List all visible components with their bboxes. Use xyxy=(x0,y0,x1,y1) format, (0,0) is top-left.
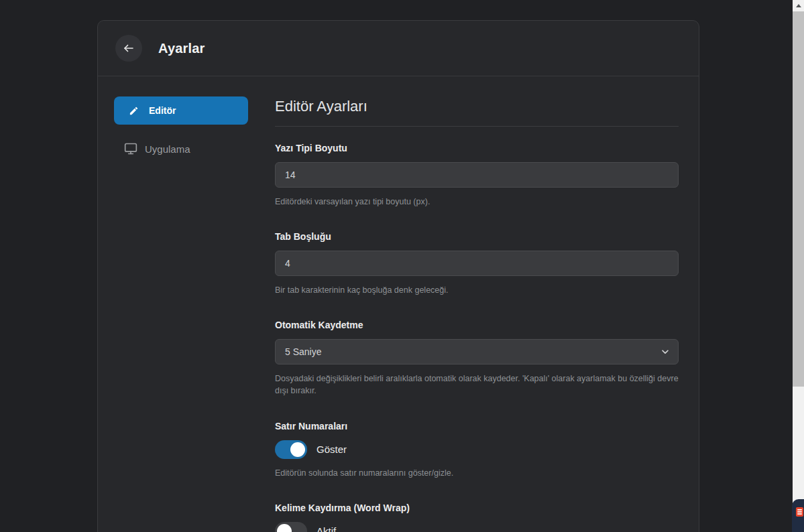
scrollbar-thumb[interactable] xyxy=(793,11,804,387)
triangle-up-icon xyxy=(796,4,801,7)
vertical-scrollbar[interactable] xyxy=(793,0,804,532)
line-numbers-toggle[interactable] xyxy=(275,440,307,459)
chevron-down-icon xyxy=(661,347,670,356)
field-label: Kelime Kaydırma (Word Wrap) xyxy=(275,503,679,513)
pencil-icon xyxy=(129,106,139,116)
scrollbar-up-button[interactable] xyxy=(793,0,804,11)
toggle-state-label: Göster xyxy=(317,444,347,455)
autosave-select[interactable]: 5 Saniye xyxy=(275,339,679,364)
floating-extension-widget[interactable] xyxy=(792,499,804,532)
settings-page: { "header": { "title": "Ayarlar" }, "sid… xyxy=(0,0,804,532)
page-title: Ayarlar xyxy=(158,41,205,56)
section-title: Editör Ayarları xyxy=(275,98,679,115)
field-label: Otomatik Kaydetme xyxy=(275,320,679,330)
arrow-left-icon xyxy=(123,42,135,54)
settings-card: Ayarlar Editör Uygulama Editör Ayarları … xyxy=(97,20,699,532)
toggle-state-label: Aktif xyxy=(317,525,336,532)
sidebar-item-label: Editör xyxy=(149,105,176,116)
field-help: Editörün solunda satır numaralarını göst… xyxy=(275,467,679,479)
word-wrap-toggle[interactable] xyxy=(275,522,307,532)
back-button[interactable] xyxy=(115,35,142,62)
editor-settings-panel: Editör Ayarları Yazı Tipi Boyutu Editörd… xyxy=(275,96,679,532)
font-size-field-group: Yazı Tipi Boyutu Editördeki varsayılan y… xyxy=(275,143,679,208)
section-divider xyxy=(275,126,679,127)
settings-sidebar: Editör Uygulama xyxy=(114,96,248,532)
field-label: Tab Boşluğu xyxy=(275,231,679,242)
font-size-input[interactable] xyxy=(275,162,679,188)
toggle-row: Göster xyxy=(275,440,679,459)
sidebar-item-editor[interactable]: Editör xyxy=(114,96,248,125)
monitor-icon xyxy=(124,142,137,155)
tab-size-input[interactable] xyxy=(275,251,679,276)
field-label: Satır Numaraları xyxy=(275,421,679,431)
sidebar-item-label: Uygulama xyxy=(145,143,190,155)
toggle-row: Aktif xyxy=(275,522,679,532)
line-numbers-field-group: Satır Numaraları Göster Editörün solunda… xyxy=(275,421,679,479)
autosave-select-value: 5 Saniye xyxy=(285,346,321,357)
tab-size-field-group: Tab Boşluğu Bir tab karakterinin kaç boş… xyxy=(275,231,679,296)
settings-header: Ayarlar xyxy=(98,21,699,76)
field-help: Bir tab karakterinin kaç boşluğa denk ge… xyxy=(275,284,679,296)
sidebar-item-application[interactable]: Uygulama xyxy=(114,139,248,158)
field-label: Yazı Tipi Boyutu xyxy=(275,143,679,153)
toggle-knob xyxy=(290,442,305,457)
toggle-knob xyxy=(277,524,292,532)
extension-badge-icon xyxy=(796,507,803,517)
field-help: Editördeki varsayılan yazı tipi boyutu (… xyxy=(275,196,679,208)
settings-body: Editör Uygulama Editör Ayarları Yazı Tip… xyxy=(98,76,699,532)
autosave-field-group: Otomatik Kaydetme 5 Saniye Dosyadaki değ… xyxy=(275,320,679,397)
word-wrap-field-group: Kelime Kaydırma (Word Wrap) Aktif xyxy=(275,503,679,532)
field-help: Dosyadaki değişiklikleri belirli aralıkl… xyxy=(275,373,679,397)
